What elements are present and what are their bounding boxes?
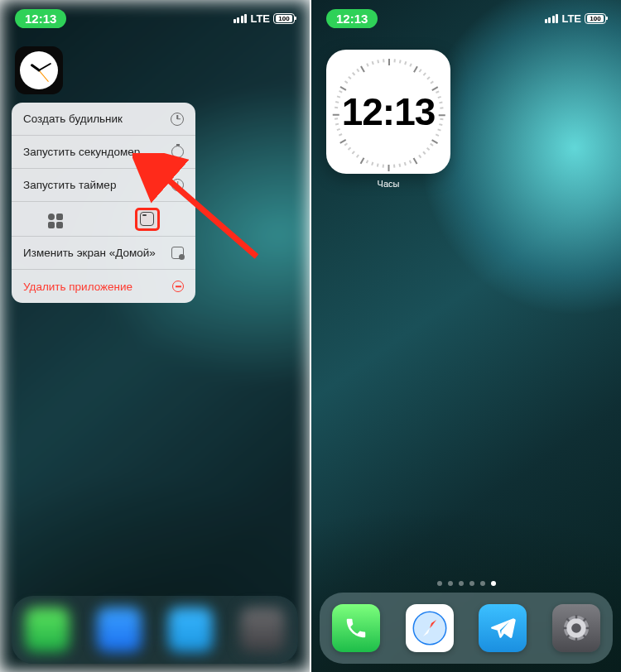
app-grid-icon[interactable] xyxy=(48,210,63,228)
menu-label: Удалить приложение xyxy=(23,281,132,293)
menu-create-alarm[interactable]: Создать будильник xyxy=(12,103,195,136)
analog-clock-face xyxy=(20,51,58,89)
widget-size-selector xyxy=(12,202,195,237)
dock xyxy=(320,593,613,664)
left-screenshot: 12:13 LTE 100 Создать будильник Запустит… xyxy=(0,0,310,672)
network-label: LTE xyxy=(250,12,270,25)
page-dot[interactable] xyxy=(459,581,464,586)
right-screenshot: 12:13 LTE 100 12:13 Часы xyxy=(311,0,621,672)
phone-icon xyxy=(344,616,368,641)
wallpaper-blurred xyxy=(0,0,310,672)
timer-icon xyxy=(171,179,184,191)
alarm-icon xyxy=(171,113,184,126)
menu-label: Изменить экран «Домой» xyxy=(23,247,156,259)
menu-start-stopwatch[interactable]: Запустить секундомер xyxy=(12,136,195,169)
signal-icon xyxy=(233,14,248,23)
page-indicator[interactable] xyxy=(311,581,621,586)
context-menu: Создать будильник Запустить секундомер З… xyxy=(12,103,195,303)
small-widget-option-highlighted[interactable] xyxy=(135,208,160,231)
network-label: LTE xyxy=(561,12,581,25)
menu-delete-app[interactable]: Удалить приложение xyxy=(12,270,195,303)
stopwatch-icon xyxy=(171,146,184,158)
status-bar: 12:13 LTE 100 xyxy=(0,0,310,36)
page-dot[interactable] xyxy=(480,581,485,586)
gear-icon xyxy=(560,612,593,645)
clock-app-icon[interactable] xyxy=(15,46,63,94)
widget-time: 12:13 xyxy=(342,89,436,134)
telegram-app[interactable] xyxy=(479,604,527,652)
page-dot[interactable] xyxy=(448,581,453,586)
menu-edit-home[interactable]: Изменить экран «Домой» xyxy=(12,237,195,270)
status-bar: 12:13 LTE 100 xyxy=(311,0,621,36)
signal-icon xyxy=(545,14,559,23)
settings-app[interactable] xyxy=(552,604,600,652)
compass-icon xyxy=(411,609,449,647)
menu-start-timer[interactable]: Запустить таймер xyxy=(12,169,195,202)
paper-plane-icon xyxy=(489,614,517,642)
dock-blurred xyxy=(12,596,298,664)
minus-circle-icon xyxy=(172,281,184,292)
menu-label: Создать будильник xyxy=(23,113,123,125)
battery-icon: 100 xyxy=(585,13,606,24)
page-dot[interactable] xyxy=(437,581,442,586)
safari-app[interactable] xyxy=(406,604,454,652)
status-time[interactable]: 12:13 xyxy=(15,9,66,28)
menu-label: Запустить таймер xyxy=(23,179,116,191)
page-dot[interactable] xyxy=(491,581,496,586)
menu-label: Запустить секундомер xyxy=(23,146,140,158)
clock-widget[interactable]: 12:13 xyxy=(326,50,450,174)
widget-label: Часы xyxy=(326,179,450,189)
battery-icon: 100 xyxy=(273,13,295,24)
page-dot[interactable] xyxy=(469,581,474,586)
phone-app[interactable] xyxy=(332,604,380,652)
status-time[interactable]: 12:13 xyxy=(326,9,378,28)
svg-point-7 xyxy=(571,623,581,633)
edit-home-icon xyxy=(171,247,184,259)
